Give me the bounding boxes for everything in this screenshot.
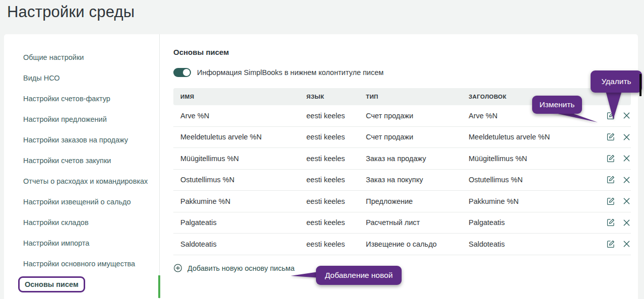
cell-name: Ostutellimus %N xyxy=(180,176,306,184)
edit-icon[interactable] xyxy=(606,132,615,141)
delete-callout-tail xyxy=(603,91,625,121)
delete-icon[interactable] xyxy=(622,240,631,249)
cell-name: Saldoteatis xyxy=(180,240,306,248)
cell-name: Meeldetuletus arvele %N xyxy=(180,133,306,141)
edit-callout: Изменить xyxy=(532,96,582,114)
cell-type: Расчетный лист xyxy=(366,218,469,227)
sidebar-item-general[interactable]: Общие настройки xyxy=(4,47,159,67)
sidebar-item-import-settings[interactable]: Настройки импорта xyxy=(4,233,159,253)
settings-card: Общие настройки Виды НСО Настройки счето… xyxy=(4,34,638,299)
table-row: Müügitellimus %N eesti keeles Заказ на п… xyxy=(173,148,631,170)
sidebar-item-warehouse-settings[interactable]: Настройки складов xyxy=(4,212,159,233)
delete-icon[interactable] xyxy=(622,132,631,141)
table-row: Palgateatis eesti keeles Расчетный лист … xyxy=(173,212,631,234)
cell-header: Pakkumine %N xyxy=(469,197,592,205)
sidebar-item-vat-types[interactable]: Виды НСО xyxy=(4,67,159,88)
column-header-name: ИМЯ xyxy=(180,94,306,100)
table-row: Pakkumine %N eesti keeles Предложение Pa… xyxy=(173,191,631,212)
cell-header: Palgateatis xyxy=(469,218,592,227)
cell-name: Müügitellimus %N xyxy=(180,155,306,163)
cell-name: Palgateatis xyxy=(180,218,306,227)
sidebar-item-purchase-invoice-settings[interactable]: Настройки счетов закупки xyxy=(4,150,159,171)
sidebar-item-letter-templates[interactable]: Основы писем xyxy=(4,274,159,294)
delete-icon[interactable] xyxy=(622,154,631,163)
edit-icon[interactable] xyxy=(606,240,615,249)
cell-type: Заказ на продажу xyxy=(366,155,469,163)
add-link-label: Добавить новую основу письма xyxy=(187,264,295,272)
cell-language: eesti keeles xyxy=(306,176,366,184)
cell-header: Müügitellimus %N xyxy=(469,155,592,163)
table-row: Saldoteatis eesti keeles Извещение о сал… xyxy=(173,234,631,255)
table-row: Ostutellimus %N eesti keeles Заказ на по… xyxy=(173,170,631,191)
section-heading: Основы писем xyxy=(173,48,631,56)
cell-name: Pakkumine %N xyxy=(180,197,306,205)
sidebar-item-balance-notice-settings[interactable]: Настройки извещений о сальдо xyxy=(4,191,159,212)
cell-language: eesti keeles xyxy=(306,240,366,248)
delete-icon[interactable] xyxy=(622,175,631,184)
cell-language: eesti keeles xyxy=(306,155,366,163)
table-row: Meeldetuletus arvele %N eesti keeles Сче… xyxy=(173,127,631,148)
cell-language: eesti keeles xyxy=(306,133,366,141)
edit-icon[interactable] xyxy=(606,175,615,184)
toggle-label: Информация SimplBooks в нижнем колонтиту… xyxy=(197,68,383,77)
cell-language: eesti keeles xyxy=(306,197,366,205)
sidebar-item-sales-order-settings[interactable]: Настройки заказов на продажу xyxy=(4,129,159,150)
footer-info-toggle-row: Информация SimplBooks в нижнем колонтиту… xyxy=(173,68,631,77)
add-callout: Добавление новой xyxy=(316,266,402,285)
text-cursor xyxy=(639,74,641,96)
cell-header: Saldoteatis xyxy=(469,240,592,248)
cell-type: Предложение xyxy=(366,197,469,205)
add-letter-template-link[interactable]: Добавить новую основу письма xyxy=(173,264,295,273)
column-header-type: ТИП xyxy=(366,94,469,100)
cell-type: Извещение о сальдо xyxy=(366,240,469,248)
edit-icon[interactable] xyxy=(606,218,615,227)
plus-circle-icon xyxy=(173,264,182,273)
cell-language: eesti keeles xyxy=(306,218,366,227)
edit-icon[interactable] xyxy=(606,197,615,206)
sidebar-item-offer-settings[interactable]: Настройки предложений xyxy=(4,109,159,129)
cell-type: Счет продажи xyxy=(366,133,469,141)
cell-name: Arve %N xyxy=(180,112,306,120)
simplbooks-footer-toggle[interactable] xyxy=(173,68,191,77)
settings-sidebar: Общие настройки Виды НСО Настройки счето… xyxy=(4,34,159,299)
cell-type: Заказ на покупку xyxy=(366,176,469,184)
cell-type: Счет продажи xyxy=(366,112,469,120)
column-header-language: ЯЗЫК xyxy=(306,94,366,100)
sidebar-item-invoice-settings[interactable]: Настройки счетов-фактур xyxy=(4,88,159,109)
edit-icon[interactable] xyxy=(606,154,615,163)
sidebar-item-expense-reports[interactable]: Отчеты о расходах и командировках xyxy=(4,171,159,191)
letter-templates-panel: Основы писем Информация SimplBooks в ниж… xyxy=(160,34,638,299)
toggle-knob xyxy=(183,69,190,76)
delete-icon[interactable] xyxy=(622,218,631,227)
delete-icon[interactable] xyxy=(622,197,631,206)
delete-callout: Удалить xyxy=(591,70,642,93)
sidebar-item-fixed-assets-settings[interactable]: Настройки основного имущества xyxy=(4,253,159,274)
page-title: Настройки среды xyxy=(7,3,135,21)
cell-language: eesti keeles xyxy=(306,112,366,120)
cell-header: Meeldetuletus arvele %N xyxy=(469,133,592,141)
cell-header: Ostutellimus %N xyxy=(469,176,592,184)
